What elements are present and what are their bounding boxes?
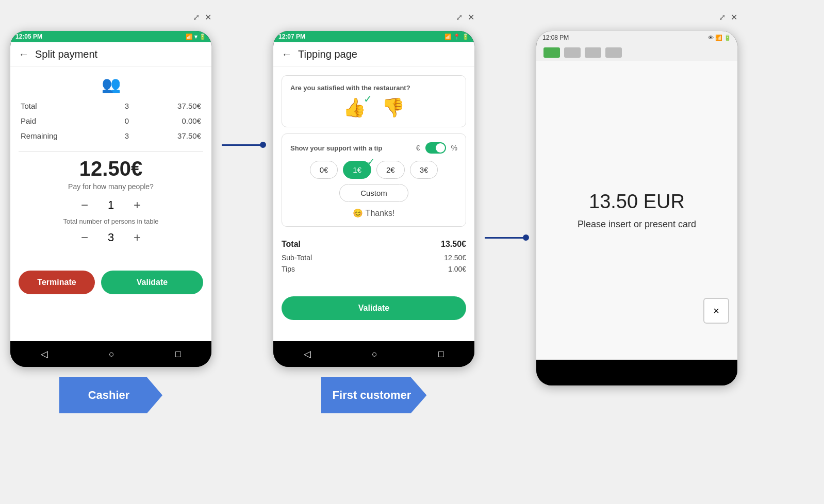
dots-bar [536,44,737,61]
close-icon-3[interactable]: ✕ [731,12,737,22]
screen-title-2: Tipping page [298,48,357,60]
nav-home-2[interactable]: ○ [372,349,377,360]
expand-icon-1[interactable]: ⤢ [193,12,200,22]
thumbs-up-icon[interactable]: 👍 [343,97,366,118]
status-icons-3: 👁 📶 🔋 [708,35,731,41]
stepper-plus-1[interactable]: + [129,197,145,213]
total-row: Total 13.50€ [282,238,466,252]
stepper-value-2: 3 [103,231,119,244]
total-label: Total [282,240,301,249]
tip-btn-custom[interactable]: Custom [339,184,408,202]
table-row: Total 3 37.50€ [19,98,203,113]
subtotal-value: 12.50€ [444,254,466,262]
conn-dot-2 [523,234,529,241]
nav-home-1[interactable]: ○ [109,349,114,360]
split-content: 👥 Total 3 37.50€ Paid 0 0.00€ [10,67,211,258]
stepper-minus-2[interactable]: − [76,229,93,246]
eye-icon-3: 👁 [708,35,714,41]
subtotal-label: Sub-Total [282,254,312,262]
row-label-2: Remaining [19,128,117,143]
status-bar-1: 12:05 PM 📶 ▾ 🔋 [10,31,211,42]
split-table: Total 3 37.50€ Paid 0 0.00€ Remaining [19,98,203,143]
nav-back-2[interactable]: ◁ [304,348,311,360]
currency-symbol: € [416,144,420,152]
toggle-switch[interactable] [425,142,446,154]
conn-dot-1 [260,142,266,148]
phone-1: 12:05 PM 📶 ▾ 🔋 ← Split payment [10,31,211,367]
validate-button-1[interactable]: Validate [101,271,203,294]
thumbs-up-container: 👍 ✓ [343,97,366,119]
status-time-3: 12:08 PM [542,34,569,41]
row-amount-0: 37.50€ [137,98,203,113]
back-arrow-1[interactable]: ← [19,48,29,60]
nav-square-1[interactable]: □ [175,349,181,360]
terminate-button[interactable]: Terminate [19,271,95,294]
tip-header: Show your support with a tip € % [290,142,457,154]
stepper-plus-2[interactable]: + [129,229,145,246]
nav-square-2[interactable]: □ [438,349,444,360]
battery-icon-2: 🔋 [462,33,469,40]
window-chrome-1: ⤢ ✕ [193,12,211,22]
status-bar-2: 12:07 PM 📶 📍 🔋 [273,31,474,42]
phone-col-3: ⤢ ✕ 12:08 PM 👁 📶 🔋 [536,26,737,385]
expand-icon-2[interactable]: ⤢ [456,12,463,22]
screen-1: ← Split payment 👥 Total 3 37.50€ [10,42,211,341]
row-amount-1: 0.00€ [137,113,203,128]
battery-icon-1: 🔋 [199,33,206,40]
window-chrome-3: ⤢ ✕ [719,12,737,22]
table-row: Paid 0 0.00€ [19,113,203,128]
signal-icon-1: 📶 [186,33,193,40]
nav-back-1[interactable]: ◁ [41,348,48,360]
tip-btn-0[interactable]: 0€ [310,161,338,179]
terminal-screen: 13.50 EUR Please insert or present card … [536,61,737,360]
h-line-2 [485,237,526,239]
connector-2-3 [485,237,526,239]
status-icons-2: 📶 📍 🔋 [444,33,469,40]
back-arrow-2[interactable]: ← [282,48,292,60]
thanks-text: 😊 Thanks! [290,208,457,218]
thumbs-down-icon[interactable]: 👎 [382,97,405,119]
signal-icon-2: 📶 [444,33,452,40]
tips-value: 1.00€ [448,265,466,273]
stepper-minus-1[interactable]: − [76,197,93,213]
screen-header-1: ← Split payment [10,42,211,67]
row-amount-2: 37.50€ [137,128,203,143]
close-icon-1[interactable]: ✕ [205,12,211,22]
screen-header-2: ← Tipping page [273,42,474,67]
tip-amounts: 0€ 1€ ✓ 2€ 3€ [290,161,457,179]
tip-label: Show your support with a tip [290,144,411,152]
tip-checkmark-icon: ✓ [367,156,375,167]
stepper-row-2: − 3 + [19,229,203,246]
tips-row: Tips 1.00€ [282,263,466,275]
connector-1-2 [222,144,263,146]
satisfaction-icons: 👍 ✓ 👎 [290,97,457,119]
battery-icon-3: 🔋 [724,35,731,41]
terminal-close-button[interactable]: × [703,298,729,324]
people-icon: 👥 [19,75,203,93]
nav-bar-3 [536,360,737,385]
table-row: Remaining 3 37.50€ [19,128,203,143]
validate-button-2[interactable]: Validate [282,296,466,320]
toggle-knob [436,143,445,153]
stepper-label: Total number of persons in table [19,217,203,225]
tipping-content: Are you satisfied with the restaurant? 👍… [273,67,474,288]
first-customer-label-row: First customer [321,377,427,413]
phone-col-2: ⤢ ✕ 12:07 PM 📶 📍 🔋 ← [273,26,474,413]
divider-1 [19,152,203,152]
tips-label: Tips [282,265,295,273]
nav-bar-1: ◁ ○ □ [10,341,211,367]
status-icons-1: 📶 ▾ 🔋 [186,33,206,40]
tip-btn-1[interactable]: 1€ ✓ [343,161,371,179]
dot-gray-1 [564,47,581,58]
cashier-text: Cashier [88,389,130,402]
expand-icon-3[interactable]: ⤢ [719,12,726,22]
row-label-1: Paid [19,113,117,128]
tip-btn-2[interactable]: 2€ [376,161,405,179]
phone-2: 12:07 PM 📶 📍 🔋 ← Tipping page [273,31,474,367]
first-customer-text: First customer [333,389,411,402]
terminal-amount: 13.50 EUR [589,191,685,213]
tip-btn-3[interactable]: 3€ [410,161,438,179]
cashier-label-row: Cashier [59,377,162,413]
close-icon-2[interactable]: ✕ [468,12,474,22]
status-time-1: 12:05 PM [15,33,42,40]
